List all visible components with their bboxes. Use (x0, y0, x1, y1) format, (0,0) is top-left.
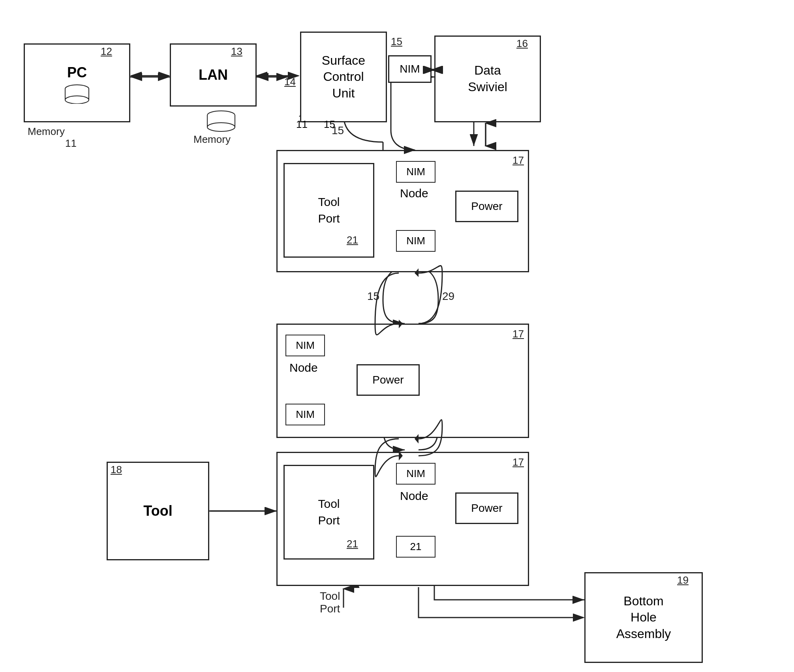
node1-nim-bottom-label: NIM (406, 235, 425, 247)
ref-15-center: 15 (324, 118, 335, 131)
bottom-hole-ref: 19 (677, 574, 689, 586)
svg-text:29: 29 (442, 290, 454, 302)
node2-node-label: Node (289, 361, 318, 374)
node2-nim-top: NIM (285, 335, 325, 356)
tool-ref: 18 (111, 464, 122, 476)
node3-nim-top: NIM (396, 463, 435, 485)
ref-11-center: 11 (296, 118, 308, 131)
tool-port-standalone-label: ToolPort (320, 590, 340, 615)
node1-tool-port-label: ToolPort (318, 194, 340, 227)
ref-11-pc: 11 (65, 137, 77, 150)
node1-ref: 17 (512, 154, 524, 167)
lan-ref: 13 (231, 45, 242, 58)
svg-point-21 (65, 96, 89, 104)
nim-top-label: NIM (400, 62, 420, 76)
node2-ref: 17 (512, 328, 524, 340)
node1-power-box: Power (455, 191, 518, 222)
node1-tool-port-ref: 21 (347, 234, 358, 246)
node3-block: ToolPort 21 NIM Node 21 Power 17 (276, 452, 529, 586)
node3-nim-bottom-label: 21 (410, 541, 422, 553)
node2-nim-bottom-label: NIM (296, 408, 315, 421)
node3-node-label: Node (400, 489, 428, 503)
node3-power-box: Power (455, 492, 518, 524)
node3-nim-top-label: NIM (406, 468, 425, 480)
pc-ref: 12 (101, 45, 112, 58)
ref-14: 14 (284, 76, 296, 88)
node3-tool-port-box: ToolPort (283, 465, 374, 560)
data-swiviel-ref: 16 (516, 37, 528, 50)
node2-power-box: Power (357, 364, 420, 396)
lan-label: LAN (199, 66, 228, 83)
node1-nim-bottom: NIM (396, 230, 435, 252)
node1-tool-port-box: ToolPort (283, 163, 374, 258)
bottom-hole-label: BottomHoleAssembly (616, 593, 671, 642)
tool-box: Tool (107, 462, 209, 560)
scu-box: SurfaceControlUnit (300, 32, 387, 122)
node3-tool-port-ref: 21 (347, 538, 358, 550)
svg-point-26 (207, 123, 235, 131)
node2-nim-bottom: NIM (285, 404, 325, 425)
node3-ref: 17 (512, 456, 524, 468)
pc-label: PC (67, 64, 87, 81)
nim-top-box: NIM (388, 55, 432, 83)
memory-pc-label: Memory (28, 125, 65, 138)
node3-power-label: Power (471, 502, 502, 515)
node1-node-label: Node (400, 187, 428, 200)
tool-label: Tool (143, 502, 172, 519)
node2-nim-top-label: NIM (296, 339, 315, 352)
lan-box: LAN (170, 43, 257, 107)
ref-15-scu: 15 (391, 36, 402, 48)
node2-block: NIM Node NIM Power 17 (276, 324, 529, 438)
pc-box: PC (24, 43, 130, 122)
scu-label: SurfaceControlUnit (322, 52, 365, 102)
node1-nim-top-label: NIM (406, 166, 425, 178)
memory-lan-label: Memory (193, 133, 231, 146)
node1-block: ToolPort 21 NIM Node NIM Power 17 (276, 150, 529, 272)
node1-nim-top: NIM (396, 161, 435, 183)
node1-power-label: Power (471, 200, 502, 213)
data-swiviel-label: DataSwiviel (468, 62, 507, 95)
node3-tool-port-label: ToolPort (318, 496, 340, 529)
node2-power-label: Power (372, 373, 404, 387)
svg-text:15: 15 (367, 290, 379, 302)
node3-nim-bottom: 21 (396, 536, 435, 558)
